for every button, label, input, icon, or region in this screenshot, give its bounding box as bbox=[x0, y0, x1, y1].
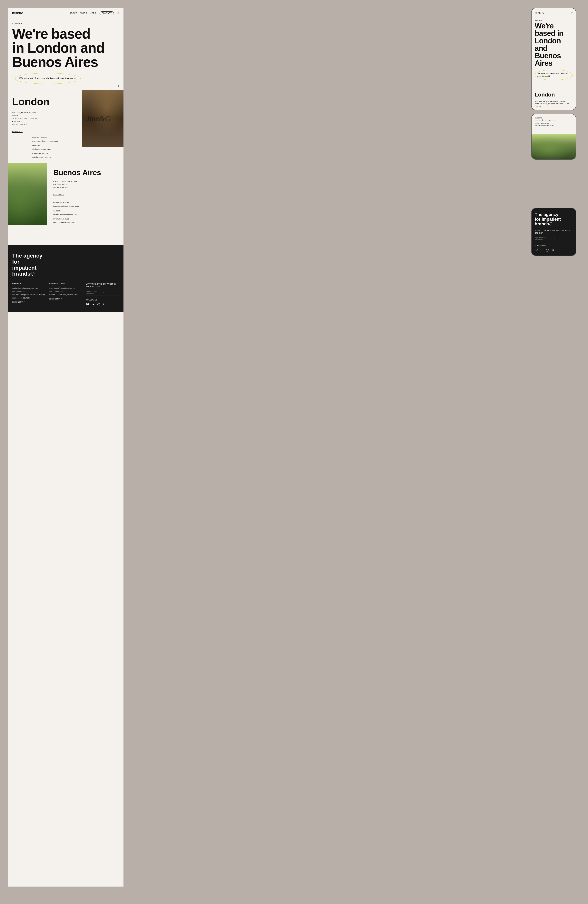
mobile3-newsletter-arrow[interactable]: → bbox=[554, 237, 573, 240]
footer-social-icons: Bē ✦ ◯ in bbox=[86, 303, 119, 306]
ba-careers-email[interactable]: careers.ar@weareimpero.com bbox=[53, 213, 77, 215]
newsletter-arrow-icon[interactable]: → bbox=[103, 291, 119, 294]
hero-section: CONTACT → We're based in London and Buen… bbox=[8, 19, 123, 90]
mobile3-brand: The agency for impatient brands® bbox=[535, 212, 573, 226]
ba-everything-else-email[interactable]: hello.ar@weareimpero.com bbox=[53, 221, 75, 223]
nav-link-about[interactable]: ABOUT bbox=[69, 12, 77, 14]
mobile3-follow-us: FOLLOW US bbox=[535, 245, 573, 247]
mobile2-careers-email[interactable]: careers.ar@weareimpero.com bbox=[535, 119, 573, 121]
mobile-contact-label: CONTACT bbox=[535, 19, 573, 21]
nav-link-contact[interactable]: CONTACT bbox=[99, 11, 114, 15]
mobile2-careers-label: CAREERS bbox=[535, 117, 573, 119]
ba-everything-else: EVERYTHING ELSE hello.ar@weareimpero.com bbox=[53, 218, 119, 224]
mobile-london-title: London bbox=[535, 92, 573, 98]
dribbble-icon[interactable]: ✦ bbox=[92, 303, 95, 306]
london-become-client-email[interactable]: newbusiness@weareimpero.com bbox=[32, 140, 58, 142]
buenos-aires-see-map-link[interactable]: SEE MAP ↗ bbox=[53, 194, 64, 196]
buenos-aires-city-title: Buenos Aires bbox=[53, 169, 119, 177]
scroll-down-arrow[interactable]: ↓ bbox=[118, 84, 119, 88]
london-image: Jme&G bbox=[82, 90, 123, 147]
footer-newsletter-input[interactable]: Sign up to our newsletter → bbox=[86, 291, 119, 296]
mobile3-instagram-icon[interactable]: ◯ bbox=[546, 248, 549, 252]
mobile-london-address: UNIT 306, METROPOLITAN WHARF, 70 WAPPING… bbox=[535, 100, 573, 108]
footer-ba-map-link[interactable]: SEE ON MAP ↗ bbox=[49, 298, 82, 300]
buenos-aires-content: Buenos Aires CABILDO 1458 1ST FLOOR, BUE… bbox=[53, 169, 119, 224]
mobile3-behance-icon[interactable]: Bē bbox=[535, 248, 538, 252]
mobile2-everything-email[interactable]: hello.ar@weareimpero.com bbox=[535, 125, 573, 126]
nav-links: ABOUT WORK JOBS CONTACT ≡ bbox=[69, 11, 119, 15]
nav-link-jobs[interactable]: JOBS bbox=[90, 12, 96, 14]
footer-follow-us: FOLLOW US bbox=[86, 299, 119, 301]
desktop-nav: IMPERO ABOUT WORK JOBS CONTACT ≡ bbox=[8, 8, 123, 19]
mobile3-dribbble-icon[interactable]: ✦ bbox=[541, 248, 543, 252]
mobile2-everything-label: EVERYTHING ELSE bbox=[535, 123, 573, 124]
london-section: London Jme&G UNIT 306, METROPOLITAN WHAR… bbox=[8, 90, 123, 159]
mobile-frame-2: CAREERS careers.ar@weareimpero.com EVERY… bbox=[531, 114, 576, 160]
mobile-nav: IMPERO ≡ bbox=[531, 8, 576, 17]
mobile-hero-title: We're based in London and Buenos Aires bbox=[535, 22, 573, 67]
desktop-footer: The agency for impatient brands® LONDON … bbox=[8, 245, 123, 312]
footer-newsletter-col: WANT TO BE THE SMARTEST IN YOUR OFFICE? … bbox=[86, 283, 119, 306]
mobile3-social-icons: Bē ✦ ◯ in bbox=[535, 248, 573, 252]
mobile-hero: CONTACT We're based in London and Buenos… bbox=[531, 17, 576, 90]
mobile3-newsletter-input[interactable]: Sign up to our newsletter → bbox=[535, 237, 573, 242]
svg-text:Jme&G: Jme&G bbox=[86, 114, 111, 123]
mobile-scroll-arrow[interactable]: ↓ bbox=[535, 82, 573, 85]
footer-grid: LONDON newbusiness@weareimpero.com +44 2… bbox=[12, 283, 119, 306]
footer-london-email[interactable]: newbusiness@weareimpero.com bbox=[12, 287, 38, 289]
mobile-frame-3: The agency for impatient brands® WANT TO… bbox=[531, 208, 576, 256]
london-see-map-link[interactable]: SEE MAP ↗ bbox=[12, 131, 22, 133]
desktop-frame: IMPERO ABOUT WORK JOBS CONTACT ≡ CONTACT… bbox=[8, 8, 123, 887]
instagram-icon[interactable]: ◯ bbox=[97, 303, 100, 306]
mobile3-linkedin-icon[interactable]: in bbox=[552, 248, 554, 252]
london-careers-email[interactable]: jobs@weareimpero.com bbox=[32, 148, 51, 150]
behance-icon[interactable]: Bē bbox=[86, 303, 89, 306]
mobile3-want-label: WANT TO BE THE SMARTEST IN YOUR OFFICE? bbox=[535, 229, 573, 235]
buenos-aires-contact-links: BECOME A CLIENT buenosaires@weareimpero.… bbox=[53, 202, 119, 224]
mobile-london-section: London UNIT 306, METROPOLITAN WHARF, 70 … bbox=[531, 90, 576, 110]
nav-link-work[interactable]: WORK bbox=[80, 12, 87, 14]
desktop-logo[interactable]: IMPERO bbox=[12, 12, 23, 15]
footer-london-map-link[interactable]: SEE ON MAP ↗ bbox=[12, 301, 45, 303]
footer-ba-col: BUENOS AIRES buenosaires@weareimpero.com… bbox=[49, 283, 82, 306]
hero-title: We're based in London and Buenos Aires bbox=[12, 27, 119, 69]
mobile-subtitle-wrapper: We work with friends and clients all ove… bbox=[535, 70, 573, 80]
buenos-aires-image bbox=[8, 163, 47, 225]
mobile-logo[interactable]: IMPERO bbox=[535, 11, 544, 14]
mobile-hamburger-icon[interactable]: ≡ bbox=[571, 11, 573, 14]
london-everything-else: EVERYTHING ELSE hello@weareimpero.com bbox=[32, 153, 119, 159]
footer-brand: The agency for impatient brands® bbox=[12, 253, 44, 277]
ba-become-client-email[interactable]: buenosaires@weareimpero.com bbox=[53, 205, 79, 207]
footer-ba-email[interactable]: buenosaires@weareimpero.com bbox=[49, 287, 75, 289]
mobile2-content: CAREERS careers.ar@weareimpero.com EVERY… bbox=[531, 114, 576, 131]
buenos-aires-section: Buenos Aires CABILDO 1458 1ST FLOOR, BUE… bbox=[8, 163, 123, 237]
hero-subtitle-wrapper: We work with friends and clients all ove… bbox=[15, 73, 80, 84]
hero-subtitle: We work with friends and clients all ove… bbox=[15, 73, 80, 84]
mobile-subtitle: We work with friends and clients all ove… bbox=[535, 70, 573, 80]
footer-london-col: LONDON newbusiness@weareimpero.com +44 2… bbox=[12, 283, 45, 306]
mobile-frame-1: IMPERO ≡ CONTACT We're based in London a… bbox=[531, 8, 576, 110]
london-everything-else-email[interactable]: hello@weareimpero.com bbox=[32, 156, 51, 158]
hamburger-icon[interactable]: ≡ bbox=[117, 11, 119, 15]
mobile2-ba-image bbox=[531, 134, 576, 159]
ba-become-client: BECOME A CLIENT buenosaires@weareimpero.… bbox=[53, 202, 119, 208]
linkedin-icon[interactable]: in bbox=[103, 303, 105, 306]
ba-careers: CAREERS careers.ar@weareimpero.com bbox=[53, 210, 119, 216]
contact-label[interactable]: CONTACT → bbox=[12, 22, 119, 25]
buenos-aires-address: CABILDO 1458 1ST FLOOR, BUENOS AIRES +54… bbox=[53, 180, 119, 189]
